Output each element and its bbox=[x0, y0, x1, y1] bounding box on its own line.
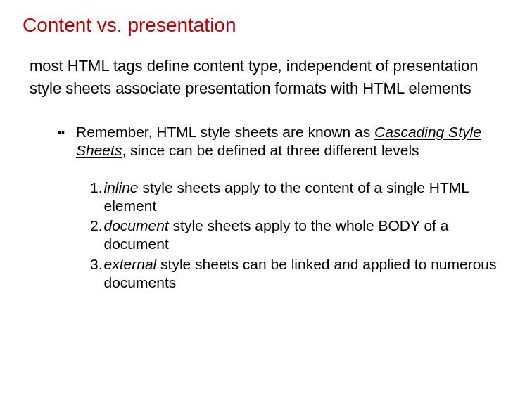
list-em: external bbox=[104, 256, 157, 272]
numbered-list: 1. inline style sheets apply to the cont… bbox=[90, 179, 511, 292]
slide: Content vs. presentation most HTML tags … bbox=[0, 0, 532, 405]
bullet-item: ▪▪ Remember, HTML style sheets are known… bbox=[58, 123, 511, 160]
list-item: 3. external style sheets can be linked a… bbox=[90, 255, 511, 292]
list-em: inline bbox=[104, 179, 139, 195]
list-number: 2. bbox=[90, 217, 103, 254]
list-text: inline style sheets apply to the content… bbox=[103, 179, 511, 216]
list-number: 1. bbox=[90, 179, 103, 216]
paragraph-2-text: style sheets associate presentation form… bbox=[30, 79, 511, 98]
slide-title: Content vs. presentation bbox=[21, 14, 511, 37]
list-rest: style sheets apply to the content of a s… bbox=[104, 179, 469, 214]
list-rest: style sheets can be linked and applied t… bbox=[104, 256, 497, 290]
list-item: 1. inline style sheets apply to the cont… bbox=[90, 179, 511, 216]
paragraph-1-text: most HTML tags define content type, inde… bbox=[30, 56, 511, 76]
list-item: 2. document style sheets apply to the wh… bbox=[90, 217, 511, 254]
bullet-post: , since can be defined at three differen… bbox=[122, 142, 419, 158]
bullet-block: ▪▪ Remember, HTML style sheets are known… bbox=[58, 123, 511, 160]
bullet-text: Remember, HTML style sheets are known as… bbox=[76, 123, 511, 160]
list-text: external style sheets can be linked and … bbox=[103, 255, 511, 292]
list-number: 3. bbox=[90, 255, 103, 292]
square-bullet-icon: ▪▪ bbox=[58, 123, 76, 160]
bullet-pre: Remember, HTML style sheets are known as bbox=[76, 124, 374, 140]
list-em: document bbox=[104, 217, 169, 233]
list-text: document style sheets apply to the whole… bbox=[103, 217, 511, 254]
paragraph-2: style sheets associate presentation form… bbox=[21, 79, 511, 98]
paragraph-1: most HTML tags define content type, inde… bbox=[21, 56, 511, 76]
